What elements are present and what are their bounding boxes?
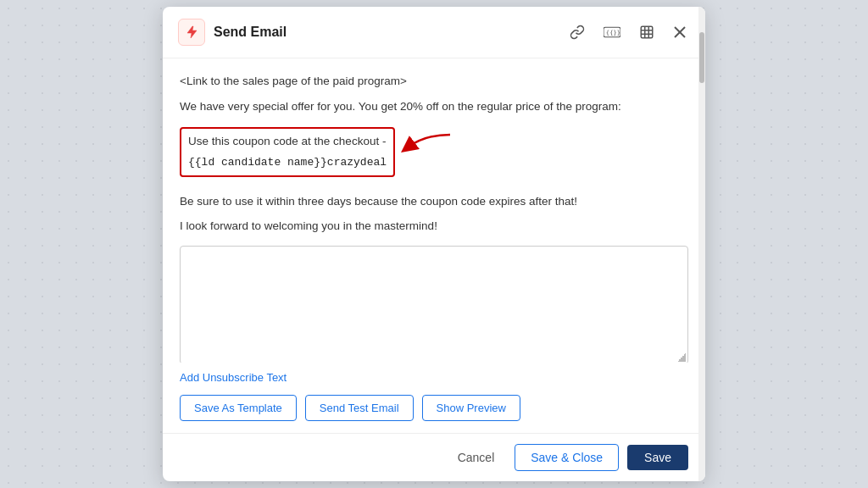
table-button[interactable] [636,23,658,42]
table-icon [639,25,654,40]
header-actions: {{}} [566,23,690,42]
coupon-line-2: {{ld candidate name}}crazydeal [188,154,387,172]
email-body-textarea[interactable] [180,246,688,363]
coupon-line-1: Use this coupon code at the checkout - [188,132,387,151]
modal-footer-top: Add Unsubscribe Text [163,363,705,388]
email-content-area: <Link to the sales page of the paid prog… [180,72,688,363]
email-line-1: <Link to the sales page of the paid prog… [180,72,688,91]
save-as-template-button[interactable]: Save As Template [180,395,297,421]
code-braces-icon: {{}} [604,25,620,39]
modal-body: <Link to the sales page of the paid prog… [163,58,705,363]
add-unsubscribe-link[interactable]: Add Unsubscribe Text [180,371,287,384]
save-button[interactable]: Save [627,445,688,470]
modal-action-buttons: Save As Template Send Test Email Show Pr… [163,388,705,433]
highlighted-block-wrapper: Use this coupon code at the checkout - {… [180,124,395,180]
modal-header: Send Email {{}} [163,7,705,58]
cancel-button[interactable]: Cancel [446,445,507,470]
svg-rect-2 [641,26,653,38]
close-icon [673,25,687,39]
resize-handle[interactable] [677,353,686,362]
red-arrow-annotation [399,130,454,160]
email-line-4: I look forward to welcoming you in the m… [180,217,688,236]
modal-bottom-bar: Cancel Save & Close Save [163,433,705,481]
modal-title: Send Email [214,25,558,40]
link-button[interactable] [566,23,588,42]
modal-scrollbar[interactable] [698,7,705,481]
modal-overlay: Send Email {{}} [0,0,868,488]
lightning-icon [185,25,198,39]
svg-text:{{}}: {{}} [606,29,620,36]
save-close-button[interactable]: Save & Close [515,444,619,471]
send-email-modal: Send Email {{}} [163,7,705,481]
highlighted-coupon-box: Use this coupon code at the checkout - {… [180,127,395,176]
code-button[interactable]: {{}} [600,24,624,41]
link-icon [570,25,585,40]
send-test-email-button[interactable]: Send Test Email [305,395,414,421]
close-button[interactable] [670,24,690,41]
show-preview-button[interactable]: Show Preview [422,395,520,421]
modal-header-icon [178,19,205,46]
email-line-2: We have very special offer for you. You … [180,97,688,116]
scrollbar-thumb [699,32,704,83]
email-line-3: Be sure to use it within three days beca… [180,192,688,211]
